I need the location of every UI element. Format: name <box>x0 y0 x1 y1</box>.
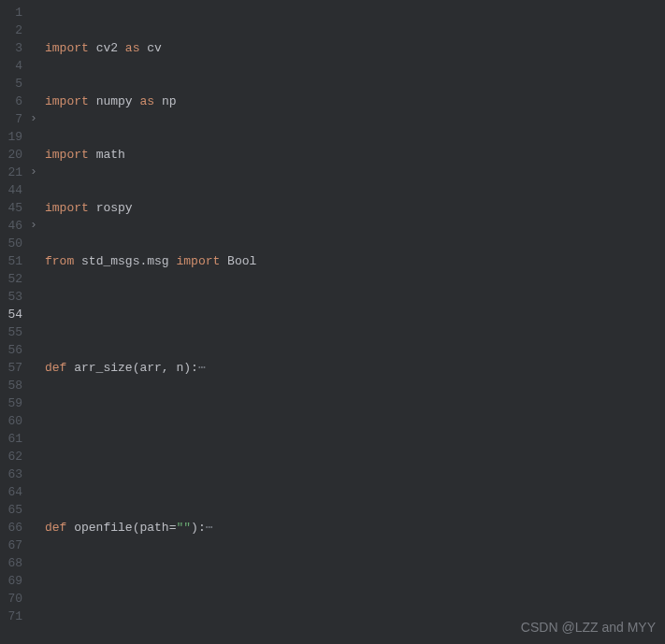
keyword-def: def <box>45 361 66 375</box>
module-numpy: numpy <box>96 94 133 108</box>
line-number: 69 <box>4 572 22 590</box>
code-area[interactable]: import cv2 as cv import numpy as np impo… <box>41 0 665 644</box>
line-number: 21 <box>4 164 22 181</box>
line-number: 68 <box>4 554 22 572</box>
module-math: math <box>96 148 125 162</box>
line-number: 3 <box>4 39 22 57</box>
line-number: 2 <box>4 21 22 39</box>
line-number: 51 <box>4 252 22 270</box>
keyword-def: def <box>45 521 66 535</box>
line-number: 6 <box>4 93 22 110</box>
line-number: 71 <box>4 608 22 625</box>
line-number: 70 <box>4 590 22 608</box>
keyword-import: import <box>45 148 89 162</box>
param-path: path <box>139 521 168 535</box>
code-editor[interactable]: 1234567192021444546505152535455565758596… <box>0 0 665 644</box>
class-bool: Bool <box>227 254 256 268</box>
line-number: 44 <box>4 181 22 199</box>
line-number: 55 <box>4 323 22 341</box>
watermark-text: CSDN @LZZ and MYY <box>521 619 656 637</box>
fold-ellipsis-icon[interactable]: ⋯ <box>198 361 206 375</box>
param-arr: arr <box>139 361 161 375</box>
module-rospy: rospy <box>96 201 133 215</box>
fn-openfile: openfile <box>74 521 132 535</box>
line-number: 56 <box>4 341 22 359</box>
line-number: 58 <box>4 377 22 394</box>
attr-msg: msg <box>147 254 168 268</box>
line-number: 57 <box>4 359 22 377</box>
keyword-import: import <box>45 94 89 108</box>
keyword-from: from <box>45 254 74 268</box>
alias-cv: cv <box>147 41 162 55</box>
line-number: 7 <box>4 110 22 128</box>
fold-ellipsis-icon[interactable]: ⋯ <box>206 521 213 535</box>
line-number: 5 <box>4 75 22 93</box>
keyword-as: as <box>125 41 140 55</box>
fn-arr-size: arr_size <box>74 361 132 375</box>
module-cv2: cv2 <box>96 41 118 55</box>
line-number: 19 <box>4 128 22 146</box>
keyword-import: import <box>176 254 220 268</box>
line-number: 4 <box>4 57 22 75</box>
line-number: 59 <box>4 394 22 412</box>
line-number: 60 <box>4 412 22 430</box>
line-number: 61 <box>4 430 22 448</box>
line-number: 52 <box>4 270 22 288</box>
keyword-import: import <box>45 41 89 55</box>
line-number: 67 <box>4 537 22 554</box>
line-number: 53 <box>4 288 22 306</box>
line-number: 64 <box>4 483 22 501</box>
line-number: 54 <box>4 306 22 323</box>
line-number: 66 <box>4 519 22 537</box>
line-number-gutter: 1234567192021444546505152535455565758596… <box>0 0 28 644</box>
module-stdmsgs: std_msgs <box>81 254 139 268</box>
line-number: 1 <box>4 4 22 21</box>
line-number: 20 <box>4 146 22 164</box>
line-number: 50 <box>4 235 22 252</box>
fold-column <box>28 0 41 644</box>
keyword-as: as <box>139 94 154 108</box>
line-number: 46 <box>4 217 22 235</box>
keyword-import: import <box>45 201 89 215</box>
line-number: 62 <box>4 448 22 465</box>
line-number: 65 <box>4 501 22 519</box>
alias-np: np <box>162 94 177 108</box>
line-number: 63 <box>4 465 22 483</box>
line-number: 45 <box>4 199 22 217</box>
string-empty: "" <box>176 521 191 535</box>
